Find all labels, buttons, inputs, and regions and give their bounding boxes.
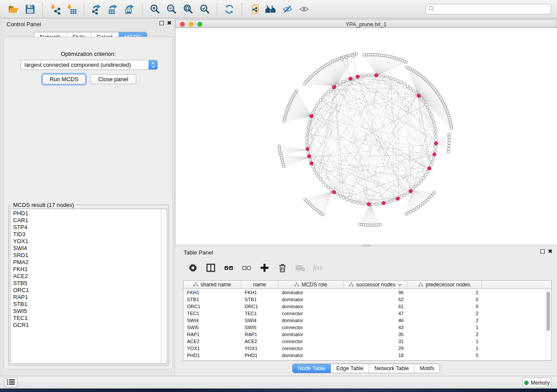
table-row[interactable]: YOX1YOX1connector291 bbox=[183, 345, 551, 352]
table-cell[interactable]: PHD1 bbox=[241, 353, 278, 358]
network-graph[interactable] bbox=[176, 28, 557, 244]
table-cell[interactable]: STB1 bbox=[241, 297, 278, 302]
table-cell[interactable]: FKH1 bbox=[183, 290, 241, 295]
table-row[interactable]: STB1STB1dominator620 bbox=[183, 296, 551, 303]
zoom-selected-icon[interactable] bbox=[198, 3, 211, 16]
table-cell[interactable]: FKH1 bbox=[241, 290, 278, 295]
table-cell[interactable]: dominator bbox=[278, 290, 343, 295]
mcds-result-item[interactable]: STB5 bbox=[13, 280, 167, 287]
table-cell[interactable]: 0 bbox=[407, 304, 482, 309]
table-row[interactable]: PHD1PHD1dominator180 bbox=[183, 352, 551, 359]
column-header-MCDS-role[interactable]: MCDS role bbox=[278, 281, 343, 289]
mcds-result-item[interactable]: TEC1 bbox=[13, 315, 167, 322]
table-row[interactable]: SWI5SWI5connector431 bbox=[183, 324, 551, 331]
table-cell[interactable]: TEC1 bbox=[183, 311, 241, 316]
table-scrollbar-thumb[interactable] bbox=[547, 292, 550, 331]
column-header-shared-name[interactable]: shared name bbox=[183, 281, 241, 289]
table-cell[interactable]: ACE2 bbox=[183, 339, 241, 344]
show-selected-icon[interactable] bbox=[298, 3, 311, 16]
table-row[interactable]: TEC1TEC1connector472 bbox=[183, 310, 551, 317]
search-box[interactable] bbox=[426, 4, 551, 14]
table-row[interactable]: SWI4SWI4dominator462 bbox=[183, 317, 551, 324]
save-session-icon[interactable] bbox=[24, 3, 37, 16]
table-cell[interactable]: SWI5 bbox=[241, 325, 278, 330]
mcds-result-item[interactable]: CAR1 bbox=[13, 217, 167, 224]
table-row[interactable]: ORC1ORC1dominator610 bbox=[183, 303, 551, 310]
mcds-result-item[interactable]: SWI4 bbox=[13, 245, 167, 252]
delete-row-icon[interactable] bbox=[277, 262, 288, 274]
table-cell[interactable]: 1 bbox=[407, 325, 482, 330]
column-header-predecessor-nodes[interactable]: predecessor nodes bbox=[407, 281, 482, 289]
mcds-result-item[interactable]: YOX1 bbox=[13, 238, 167, 245]
table-cell[interactable]: RAP1 bbox=[183, 332, 241, 337]
table-cell[interactable]: 47 bbox=[343, 311, 407, 316]
search-input[interactable] bbox=[436, 6, 548, 13]
table-cell[interactable]: ORC1 bbox=[183, 304, 241, 309]
refresh-icon[interactable] bbox=[223, 3, 236, 16]
table-cell[interactable]: connector bbox=[278, 311, 343, 316]
open-file-icon[interactable] bbox=[7, 3, 20, 16]
node-table[interactable]: shared namenameMCDS rolesuccessor nodesp… bbox=[183, 280, 552, 361]
import-network-icon[interactable] bbox=[48, 3, 62, 16]
table-cell[interactable]: 0 bbox=[407, 353, 482, 358]
table-cell[interactable]: SWI4 bbox=[183, 318, 241, 323]
close-panel-button[interactable]: Close panel bbox=[90, 74, 136, 84]
mcds-result-item[interactable]: STB1 bbox=[13, 301, 167, 308]
mcds-list-scrollbar[interactable] bbox=[161, 209, 167, 363]
export-image-icon[interactable] bbox=[123, 3, 136, 16]
table-cell[interactable]: connector bbox=[278, 325, 343, 330]
mcds-result-item[interactable]: ORC1 bbox=[13, 287, 167, 294]
column-header-successor-nodes[interactable]: successor nodes bbox=[343, 281, 407, 289]
column-header-name[interactable]: name bbox=[241, 281, 278, 289]
float-table-panel-icon[interactable] bbox=[540, 249, 545, 254]
table-cell[interactable]: 96 bbox=[343, 290, 407, 295]
tab-network-table[interactable]: Network Table bbox=[369, 364, 414, 373]
mcds-result-item[interactable]: SWI5 bbox=[13, 308, 167, 315]
table-cell[interactable]: ORC1 bbox=[241, 304, 278, 309]
table-cell[interactable]: connector bbox=[278, 339, 343, 344]
close-table-panel-icon[interactable]: ✖ bbox=[548, 249, 553, 254]
table-cell[interactable]: 2 bbox=[407, 332, 482, 337]
mcds-result-list[interactable]: PHD1CAR1STP4TID3YOX1SWI4SRD1PMA2FKH1ACE2… bbox=[10, 209, 167, 364]
mcds-result-item[interactable]: FKH1 bbox=[13, 266, 167, 273]
table-cell[interactable]: dominator bbox=[278, 304, 343, 309]
table-cell[interactable]: 29 bbox=[343, 346, 407, 351]
table-cell[interactable]: 1 bbox=[407, 346, 482, 351]
select-all-icon[interactable] bbox=[223, 262, 234, 274]
table-cell[interactable]: SWI5 bbox=[183, 325, 241, 330]
table-cell[interactable]: dominator bbox=[278, 332, 343, 337]
table-cell[interactable]: YOX1 bbox=[241, 346, 278, 351]
network-window-titlebar[interactable]: YPA_prune.txt_1 bbox=[175, 20, 557, 28]
table-cell[interactable]: 2 bbox=[407, 290, 482, 295]
mcds-result-item[interactable]: ACE2 bbox=[13, 273, 167, 280]
mcds-result-item[interactable]: GCR1 bbox=[13, 322, 167, 329]
mcds-result-item[interactable]: PMA2 bbox=[13, 259, 167, 266]
network-canvas[interactable] bbox=[175, 28, 557, 244]
table-cell[interactable]: 31 bbox=[343, 339, 407, 344]
export-network-icon[interactable] bbox=[90, 3, 103, 16]
table-cell[interactable]: 1 bbox=[407, 339, 482, 344]
table-cell[interactable]: 61 bbox=[343, 304, 407, 309]
table-cell[interactable]: 0 bbox=[407, 297, 482, 302]
table-cell[interactable]: RAP1 bbox=[241, 332, 278, 337]
zoom-out-icon[interactable] bbox=[165, 3, 178, 16]
task-history-button[interactable] bbox=[4, 378, 17, 388]
deselect-all-icon[interactable] bbox=[241, 262, 252, 274]
zoom-fit-icon[interactable] bbox=[181, 3, 194, 16]
show-columns-icon[interactable] bbox=[205, 262, 216, 274]
import-table-icon[interactable] bbox=[65, 3, 78, 16]
table-cell[interactable]: ACE2 bbox=[241, 339, 278, 344]
table-cell[interactable]: 2 bbox=[407, 311, 482, 316]
mcds-result-item[interactable]: STP4 bbox=[13, 224, 167, 231]
mcds-result-item[interactable]: RAP1 bbox=[13, 294, 167, 301]
table-cell[interactable]: TEC1 bbox=[241, 311, 278, 316]
mcds-result-item[interactable]: SRD1 bbox=[13, 252, 167, 259]
table-scrollbar[interactable] bbox=[545, 289, 551, 360]
zoom-in-icon[interactable] bbox=[148, 3, 161, 16]
tab-motifs[interactable]: Motifs bbox=[414, 364, 439, 373]
memory-button[interactable]: Memory bbox=[522, 378, 551, 388]
run-mcds-button[interactable]: Run MCDS bbox=[42, 74, 86, 84]
export-table-icon[interactable] bbox=[107, 3, 120, 16]
table-cell[interactable]: dominator bbox=[278, 353, 343, 358]
add-row-icon[interactable] bbox=[259, 262, 270, 274]
